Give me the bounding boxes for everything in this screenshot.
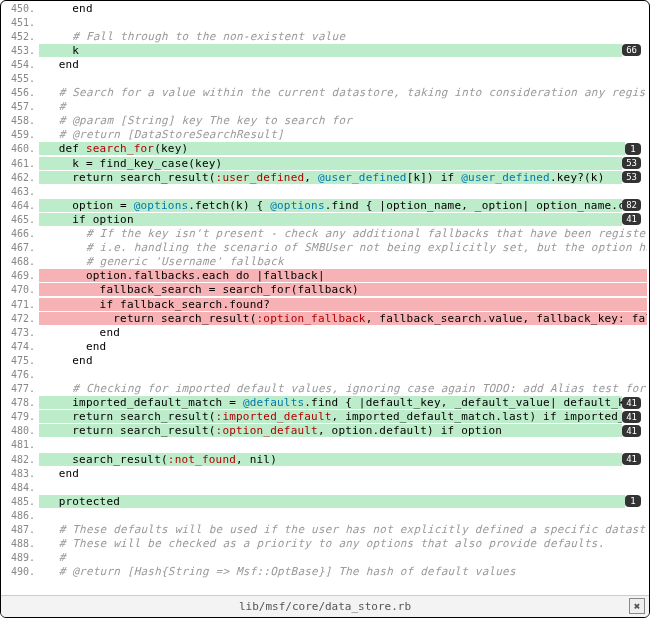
code-line[interactable]: 462. return search_result(:user_defined,… — [1, 170, 647, 184]
code-line[interactable]: 475. end — [1, 353, 647, 367]
close-icon[interactable]: ✖ — [629, 598, 645, 614]
code-token: :imported_default — [216, 410, 332, 423]
code-token: end — [72, 2, 92, 15]
code-token: end — [59, 467, 79, 480]
code-line[interactable]: 476. — [1, 367, 647, 381]
code-line[interactable]: 468. # generic 'Username' fallback — [1, 255, 647, 269]
code-line[interactable]: 486. — [1, 508, 647, 522]
line-content: return search_result(:user_defined, @use… — [39, 171, 622, 184]
coverage-badge: 1 — [625, 495, 641, 507]
code-line[interactable]: 469. option.fallbacks.each do |fallback| — [1, 269, 647, 283]
line-number: 466. — [1, 228, 39, 239]
line-number: 457. — [1, 101, 39, 112]
code-token: # @param [String] key The key to search … — [59, 114, 352, 127]
code-token: , nil) — [236, 453, 277, 466]
code-token: end — [59, 58, 79, 71]
code-token: # @return [DataStoreSearchResult] — [59, 128, 284, 141]
code-token: # These will be checked as a priority to… — [59, 537, 605, 550]
code-token: protected — [59, 495, 120, 508]
line-number: 455. — [1, 73, 39, 84]
code-line[interactable]: 485. protected1 — [1, 494, 647, 508]
line-content: # — [39, 100, 647, 113]
code-token: return search_result( — [113, 312, 256, 325]
code-token: option = — [72, 199, 133, 212]
code-line[interactable]: 490. # @return [Hash{String => Msf::OptB… — [1, 565, 647, 579]
line-number: 463. — [1, 186, 39, 197]
code-line[interactable]: 460. def search_for(key)1 — [1, 142, 647, 156]
code-line[interactable]: 464. option = @options.fetch(k) { @optio… — [1, 198, 647, 212]
code-line[interactable]: 478. imported_default_match = @defaults.… — [1, 396, 647, 410]
code-line[interactable]: 465. if option41 — [1, 212, 647, 226]
code-line[interactable]: 472. return search_result(:option_fallba… — [1, 311, 647, 325]
code-viewer[interactable]: 450. end451.452. # Fall through to the n… — [1, 1, 649, 595]
code-line[interactable]: 457. # — [1, 100, 647, 114]
line-content: def search_for(key) — [39, 142, 625, 155]
line-content: protected — [39, 495, 625, 508]
line-number: 489. — [1, 552, 39, 563]
code-line[interactable]: 477. # Checking for imported default val… — [1, 382, 647, 396]
line-content: return search_result(:option_default, op… — [39, 424, 622, 437]
code-token: @options — [270, 199, 325, 212]
code-line[interactable]: 471. if fallback_search.found? — [1, 297, 647, 311]
code-line[interactable]: 453. k66 — [1, 43, 647, 57]
code-line[interactable]: 455. — [1, 71, 647, 85]
code-line[interactable]: 489. # — [1, 551, 647, 565]
code-line[interactable]: 473. end — [1, 325, 647, 339]
code-line[interactable]: 452. # Fall through to the non-existent … — [1, 29, 647, 43]
code-line[interactable]: 483. end — [1, 466, 647, 480]
code-line[interactable]: 451. — [1, 15, 647, 29]
code-line[interactable]: 488. # These will be checked as a priori… — [1, 537, 647, 551]
code-token: if option — [72, 213, 133, 226]
line-number: 468. — [1, 256, 39, 267]
code-token: imported_default_match = — [72, 396, 243, 409]
code-token: .fetch(k) { — [188, 199, 270, 212]
code-token: :option_fallback — [257, 312, 366, 325]
line-content: k — [39, 44, 622, 57]
code-token: end — [100, 326, 120, 339]
code-line[interactable]: 454. end — [1, 57, 647, 71]
code-token: @defaults — [243, 396, 304, 409]
line-content: end — [39, 467, 647, 480]
line-content: if option — [39, 213, 622, 226]
code-line[interactable]: 479. return search_result(:imported_defa… — [1, 410, 647, 424]
line-content: end — [39, 326, 647, 339]
line-content: # Checking for imported default values, … — [39, 382, 647, 395]
line-number: 471. — [1, 299, 39, 310]
line-number: 488. — [1, 538, 39, 549]
line-number: 480. — [1, 425, 39, 436]
code-line[interactable]: 466. # If the key isn't present - check … — [1, 227, 647, 241]
code-line[interactable]: 481. — [1, 438, 647, 452]
code-line[interactable]: 487. # These defaults will be used if th… — [1, 522, 647, 536]
code-token: # generic 'Username' fallback — [86, 255, 284, 268]
code-token: .find { |default_key, _default_value| de… — [304, 396, 622, 409]
line-content: imported_default_match = @defaults.find … — [39, 396, 622, 409]
code-line[interactable]: 484. — [1, 480, 647, 494]
code-line[interactable]: 474. end — [1, 339, 647, 353]
code-line[interactable]: 456. # Search for a value within the cur… — [1, 86, 647, 100]
coverage-badge: 66 — [622, 44, 641, 56]
line-content: k = find_key_case(key) — [39, 157, 622, 170]
code-line[interactable]: 480. return search_result(:option_defaul… — [1, 424, 647, 438]
line-content: option = @options.fetch(k) { @options.fi… — [39, 199, 622, 212]
line-number: 461. — [1, 158, 39, 169]
line-content: if fallback_search.found? — [39, 298, 647, 311]
line-number: 482. — [1, 454, 39, 465]
code-line[interactable]: 450. end — [1, 1, 647, 15]
code-token: # Fall through to the non-existent value — [72, 30, 345, 43]
code-line[interactable]: 470. fallback_search = search_for(fallba… — [1, 283, 647, 297]
code-token: fallback_search = search_for(fallback) — [100, 283, 359, 296]
line-number: 473. — [1, 327, 39, 338]
code-token: option.fallbacks.each do |fallback| — [86, 269, 325, 282]
line-number: 456. — [1, 87, 39, 98]
file-path: lib/msf/core/data_store.rb — [239, 600, 411, 613]
line-number: 486. — [1, 510, 39, 521]
code-line[interactable]: 463. — [1, 184, 647, 198]
code-line[interactable]: 467. # i.e. handling the scenario of SMB… — [1, 241, 647, 255]
code-line[interactable]: 461. k = find_key_case(key)53 — [1, 156, 647, 170]
code-token: # @return [Hash{String => Msf::OptBase}]… — [59, 565, 516, 578]
code-line[interactable]: 458. # @param [String] key The key to se… — [1, 114, 647, 128]
line-number: 469. — [1, 270, 39, 281]
code-line[interactable]: 482. search_result(:not_found, nil)41 — [1, 452, 647, 466]
code-line[interactable]: 459. # @return [DataStoreSearchResult] — [1, 128, 647, 142]
code-token: .key?(k) — [550, 171, 605, 184]
